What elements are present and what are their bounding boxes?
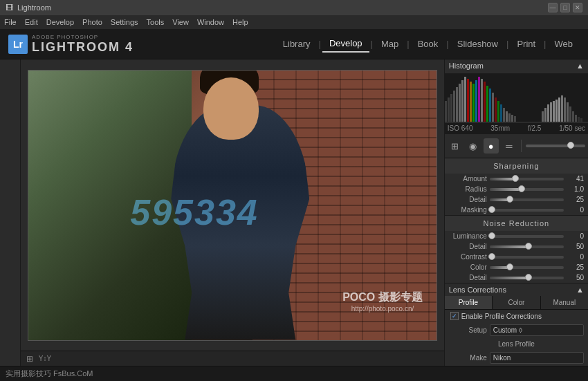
- lens-collapse-icon[interactable]: ▲: [576, 286, 584, 294]
- menubar: File Edit Develop Photo Settings Tools V…: [0, 15, 588, 29]
- lens-tab-color[interactable]: Color: [493, 296, 540, 309]
- radius-label: Radius: [449, 185, 487, 193]
- radius-fill: [490, 188, 520, 191]
- svg-rect-33: [561, 95, 563, 122]
- setup-value[interactable]: Custom ◊: [490, 324, 584, 336]
- svg-rect-16: [489, 89, 491, 122]
- lens-corrections-header[interactable]: Lens Corrections ▲: [445, 284, 588, 296]
- color-thumb[interactable]: [506, 263, 513, 270]
- dot-tool-icon[interactable]: ●: [484, 138, 499, 154]
- line-tool-icon[interactable]: ═: [502, 138, 517, 154]
- contrast-track[interactable]: [490, 256, 564, 259]
- detail-value: 25: [567, 196, 584, 203]
- menu-window[interactable]: Window: [197, 18, 224, 26]
- titlebar: 🎞 Lightroom — □ ✕: [0, 0, 588, 15]
- svg-rect-32: [558, 97, 560, 122]
- tab-web[interactable]: Web: [548, 36, 580, 52]
- iso-value: ISO 640: [448, 124, 473, 132]
- app-title: Lightroom: [17, 3, 51, 12]
- color-track[interactable]: [490, 266, 564, 269]
- menu-tools[interactable]: Tools: [147, 18, 165, 26]
- tab-develop[interactable]: Develop: [322, 35, 369, 53]
- amount-thumb[interactable]: [512, 175, 519, 182]
- svg-rect-15: [486, 86, 488, 122]
- amount-track[interactable]: [490, 178, 564, 180]
- person-body: [171, 105, 309, 340]
- detail-thumb[interactable]: [506, 196, 513, 203]
- grid-tool-icon[interactable]: ⊞: [448, 138, 463, 154]
- noise-reduction-title: Noise Reduction: [445, 216, 588, 231]
- menu-edit[interactable]: Edit: [25, 18, 38, 26]
- watermark-brand: POCO 摄影专题: [342, 290, 423, 305]
- svg-rect-30: [553, 101, 555, 122]
- svg-rect-10: [472, 84, 475, 122]
- svg-rect-26: [542, 111, 544, 122]
- tool-slider[interactable]: [526, 145, 585, 147]
- menu-develop[interactable]: Develop: [46, 18, 74, 26]
- main-layout: 595334 POCO 摄影专题 http://photo.poco.cn/ ⊞…: [0, 59, 588, 366]
- make-label: Make: [449, 354, 487, 362]
- circle-tool-icon[interactable]: ◉: [466, 138, 481, 154]
- luminance-track[interactable]: [490, 235, 564, 238]
- lens-tab-manual[interactable]: Manual: [541, 296, 588, 309]
- grid-view-icon[interactable]: ⊞: [26, 354, 33, 364]
- setup-label: Setup: [449, 326, 487, 334]
- contrast-thumb[interactable]: [488, 253, 495, 260]
- svg-rect-11: [475, 80, 477, 122]
- setup-field: Setup Custom ◊: [445, 322, 588, 338]
- masking-track[interactable]: [490, 209, 564, 212]
- masking-thumb[interactable]: [488, 206, 495, 213]
- noise-reduction-section: Noise Reduction Luminance 0 Detail 50 Co…: [445, 216, 588, 284]
- svg-rect-40: [580, 118, 582, 122]
- radius-track[interactable]: [490, 188, 564, 191]
- radius-thumb[interactable]: [518, 185, 525, 192]
- tab-print[interactable]: Print: [510, 36, 542, 52]
- color-detail-thumb[interactable]: [525, 274, 532, 281]
- enable-profile-checkbox[interactable]: [450, 312, 459, 320]
- maximize-button[interactable]: □: [560, 3, 570, 12]
- tab-slideshow[interactable]: Slideshow: [450, 36, 505, 52]
- lens-corrections-section: Lens Corrections ▲ Profile Color Manual …: [445, 284, 588, 366]
- left-panel: [0, 59, 21, 366]
- menu-file[interactable]: File: [4, 18, 17, 26]
- contrast-value: 0: [567, 253, 584, 261]
- lens-corrections-title: Lens Corrections: [449, 286, 506, 294]
- amount-label: Amount: [449, 175, 487, 183]
- close-button[interactable]: ✕: [573, 3, 582, 12]
- histogram-section: Histogram ▲: [445, 59, 588, 134]
- make-value[interactable]: Nikon: [490, 352, 584, 364]
- menu-settings[interactable]: Settings: [111, 18, 138, 26]
- menu-photo[interactable]: Photo: [82, 18, 102, 26]
- photo-background: 595334 POCO 摄影专题 http://photo.poco.cn/: [28, 71, 437, 340]
- nr-detail-track[interactable]: [490, 245, 564, 248]
- contrast-slider-row: Contrast 0: [445, 252, 588, 262]
- minimize-button[interactable]: —: [548, 3, 558, 12]
- svg-rect-6: [461, 80, 463, 122]
- histogram-header[interactable]: Histogram ▲: [445, 59, 588, 72]
- tool-icons-row: ⊞ ◉ ● ═: [445, 134, 588, 158]
- svg-rect-0: [445, 101, 447, 122]
- photo-container: 595334 POCO 摄影专题 http://photo.poco.cn/: [21, 59, 444, 351]
- detail-track[interactable]: [490, 198, 564, 201]
- svg-rect-27: [544, 108, 546, 122]
- menu-help[interactable]: Help: [232, 18, 248, 26]
- menu-view[interactable]: View: [172, 18, 189, 26]
- lens-tab-profile[interactable]: Profile: [445, 296, 493, 309]
- histogram-collapse-icon[interactable]: ▲: [576, 62, 584, 70]
- tab-map[interactable]: Map: [374, 36, 405, 52]
- svg-rect-9: [470, 82, 472, 122]
- svg-rect-22: [506, 111, 508, 122]
- histogram-title: Histogram: [449, 62, 484, 70]
- nr-detail-thumb[interactable]: [525, 243, 532, 250]
- luminance-thumb[interactable]: [488, 232, 495, 239]
- compare-icon[interactable]: Y↕Y: [39, 355, 51, 362]
- color-detail-track[interactable]: [490, 277, 564, 279]
- street-area: [28, 71, 192, 340]
- topnav: Lr ADOBE PHOTOSHOP LIGHTROOM 4 Library |…: [0, 29, 588, 59]
- svg-rect-35: [567, 102, 569, 122]
- svg-rect-17: [492, 93, 494, 122]
- tab-library[interactable]: Library: [276, 36, 318, 52]
- tab-book[interactable]: Book: [411, 36, 445, 52]
- tool-slider-thumb[interactable]: [567, 142, 574, 149]
- svg-rect-31: [555, 100, 558, 122]
